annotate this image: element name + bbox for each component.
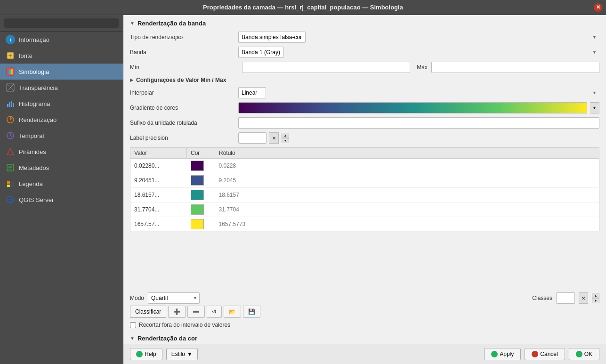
label-precision-input[interactable]: 4	[238, 132, 267, 144]
cell-valor: 31.7704...	[130, 202, 187, 217]
sidebar-item-fonte[interactable]: fonte	[0, 48, 123, 64]
col-header-valor: Valor	[130, 148, 187, 159]
clip-label: Recortar fora do intervalo de valores	[139, 322, 230, 328]
color-table: Valor Cor Rótulo 0.02280... 0.0228 9.204…	[130, 147, 599, 232]
cell-rotulo: 0.0228	[215, 159, 599, 173]
sidebar-label-fonte: fonte	[19, 52, 32, 59]
cell-rotulo: 9.2045	[215, 173, 599, 188]
color-swatch[interactable]	[191, 219, 204, 229]
qgis-server-icon: QG	[6, 195, 15, 204]
save-class-button[interactable]: 💾	[243, 306, 260, 318]
sidebar-label-metadados: Metadados	[19, 164, 49, 171]
classes-label: Classes	[532, 295, 552, 301]
clip-checkbox[interactable]	[130, 322, 136, 328]
remove-class-button[interactable]: ➖	[187, 306, 205, 318]
render-type-row: Tipo de renderização Banda simples falsa…	[130, 32, 599, 43]
sidebar-item-temporal[interactable]: Temporal	[0, 128, 123, 144]
cell-rotulo: 1657.5773	[215, 217, 599, 232]
band-render-section-header: ▼ Renderização da banda	[130, 20, 599, 27]
cell-cor[interactable]	[187, 159, 215, 173]
max-input[interactable]: 749.0977189575737611	[431, 62, 599, 73]
svg-rect-3	[9, 70, 11, 74]
sidebar-item-piramides[interactable]: Pirâmides	[0, 144, 123, 160]
classes-up[interactable]: ▲	[592, 293, 599, 298]
gradient-label: Gradiente de cores	[130, 105, 238, 111]
render-type-control: Banda simples falsa-corBanda simples cin…	[238, 32, 599, 43]
help-button[interactable]: Help	[130, 348, 162, 360]
cell-cor[interactable]	[187, 202, 215, 217]
help-icon	[136, 351, 143, 357]
svg-rect-8	[11, 101, 12, 107]
content-scroll: ▼ Renderização da banda Tipo de renderiz…	[123, 15, 606, 290]
sidebar-item-legenda[interactable]: Legenda	[0, 176, 123, 192]
sidebar-label-renderizacao: Renderização	[19, 116, 57, 123]
sidebar-item-transparencia[interactable]: Transparência	[0, 80, 123, 96]
apply-icon	[491, 351, 498, 357]
color-swatch[interactable]	[191, 175, 204, 186]
band-select[interactable]: Banda 1 (Gray)	[238, 47, 284, 58]
cell-rotulo: 31.7704	[215, 202, 599, 217]
min-input[interactable]: 0.0243655523302775	[242, 62, 410, 73]
table-row: 18.6157... 18.6157	[130, 188, 599, 202]
reset-class-button[interactable]: ↺	[207, 306, 222, 318]
sidebar-item-renderizacao[interactable]: Renderização	[0, 112, 123, 128]
close-button[interactable]: ✕	[594, 3, 602, 12]
label-precision-down[interactable]: ▼	[282, 138, 289, 143]
classes-input[interactable]: 5	[556, 292, 575, 304]
sidebar-label-transparencia: Transparência	[19, 84, 58, 91]
sidebar-item-informacao[interactable]: i Informação	[0, 32, 123, 48]
band-render-arrow[interactable]: ▼	[130, 21, 135, 26]
classes-down[interactable]: ▼	[592, 298, 599, 303]
table-row: 31.7704... 31.7704	[130, 202, 599, 217]
color-swatch[interactable]	[191, 204, 204, 215]
action-buttons: Classificar ➕ ➖ ↺ 📂 💾	[123, 306, 606, 320]
color-render-arrow[interactable]: ▼	[130, 336, 135, 341]
sidebar-item-metadados[interactable]: Metadados	[0, 160, 123, 176]
apply-button[interactable]: Apply	[484, 348, 521, 360]
cell-rotulo: 18.6157	[215, 188, 599, 202]
cancel-button[interactable]: Cancel	[525, 348, 565, 360]
classes-clear[interactable]: ✕	[579, 292, 588, 304]
mode-select[interactable]: QuartilIntervalo igualDesvio padrão	[148, 292, 200, 304]
cell-cor[interactable]	[187, 173, 215, 188]
search-input[interactable]	[4, 18, 119, 28]
color-gradient[interactable]	[238, 102, 587, 113]
svg-marker-12	[7, 148, 14, 155]
band-label: Banda	[130, 49, 238, 56]
mode-label: Modo	[130, 295, 144, 301]
interpolar-select[interactable]: LinearDiscretoExato	[238, 87, 266, 98]
minmax-section-header[interactable]: ▶ Configurações de Valor Min / Max	[130, 77, 599, 83]
add-class-button[interactable]: ➕	[168, 306, 186, 318]
svg-rect-7	[9, 102, 10, 107]
table-row: 0.02280... 0.0228	[130, 159, 599, 173]
classify-button[interactable]: Classificar	[130, 306, 166, 318]
sidebar-item-qgis-server[interactable]: QG QGIS Server	[0, 192, 123, 208]
sidebar-label-legenda: Legenda	[19, 180, 43, 187]
estilo-button[interactable]: Estilo ▼	[166, 348, 198, 360]
title-bar: Propriedades da camada — hrsl_rj_capital…	[0, 0, 606, 15]
ok-button[interactable]: OK	[569, 348, 599, 360]
help-label: Help	[145, 351, 156, 357]
content-area: ▼ Renderização da banda Tipo de renderiz…	[123, 15, 606, 364]
histograma-icon	[6, 99, 15, 108]
color-swatch[interactable]	[191, 161, 204, 171]
render-type-select[interactable]: Banda simples falsa-corBanda simples cin…	[238, 32, 306, 43]
load-class-button[interactable]: 📂	[224, 306, 241, 318]
gradient-dropdown-btn[interactable]: ▼	[590, 102, 599, 113]
sidebar-item-simbologia[interactable]: Simbologia	[0, 64, 123, 80]
table-row: 9.20451... 9.2045	[130, 173, 599, 188]
btn-left-group: Help Estilo ▼	[130, 348, 480, 360]
cell-cor[interactable]	[187, 217, 215, 232]
legenda-icon	[6, 179, 15, 188]
label-precision-clear[interactable]: ✕	[269, 132, 279, 144]
cell-cor[interactable]	[187, 188, 215, 202]
svg-rect-19	[7, 185, 10, 187]
sidebar-item-histograma[interactable]: Histograma	[0, 96, 123, 112]
label-precision-up[interactable]: ▲	[282, 133, 289, 138]
sidebar-label-qgis-server: QGIS Server	[19, 196, 54, 203]
cell-valor: 0.02280...	[130, 159, 187, 173]
band-render-title: Renderização da banda	[137, 20, 206, 27]
label-precision-row: Label precision 4 ✕ ▲ ▼	[130, 132, 599, 144]
color-swatch[interactable]	[191, 190, 204, 200]
suffix-input[interactable]	[238, 117, 599, 129]
